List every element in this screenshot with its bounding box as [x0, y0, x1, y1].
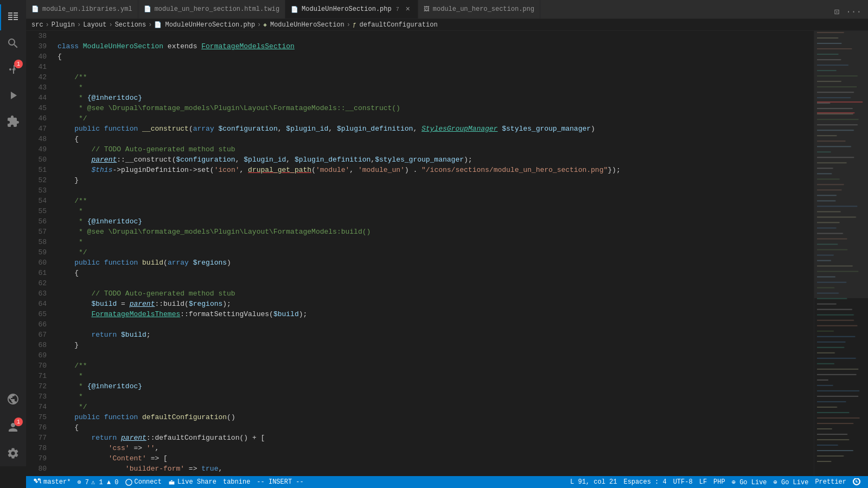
activity-icon-explorer[interactable] — [0, 4, 26, 30]
tab-twig[interactable]: 📄 module_un_hero_section.html.twig — [138, 0, 285, 18]
line-number-77: 77 — [26, 433, 47, 443]
code-line-58[interactable]: * — [58, 237, 814, 247]
status-go-live[interactable]: ⊕ Go Live — [729, 478, 770, 486]
code-line-64[interactable]: $build = parent::build($regions); — [58, 299, 814, 309]
tab-close-php[interactable]: × — [404, 5, 412, 14]
status-notifications[interactable] — [850, 478, 864, 486]
code-line-60[interactable]: public function build(array $regions) — [58, 258, 814, 268]
breadcrumb-src[interactable]: src — [31, 21, 43, 29]
code-line-70[interactable]: /** — [58, 361, 814, 371]
status-language[interactable]: PHP — [710, 478, 729, 486]
position-label: L 91, col 21 — [570, 478, 617, 486]
status-tabnine[interactable]: tabnine — [220, 476, 253, 488]
code-line-43[interactable]: * — [58, 82, 814, 93]
activity-icon-settings[interactable] — [0, 440, 26, 466]
code-line-51[interactable]: $this->pluginDefinition->set('icon', dru… — [58, 165, 814, 175]
tab-php[interactable]: 📄 ModuleUnHeroSection.php 7 × — [285, 0, 418, 18]
code-line-41[interactable] — [58, 62, 814, 72]
code-line-50[interactable]: parent::__construct($configuration, $plu… — [58, 155, 814, 165]
breadcrumb-class[interactable]: ModuleUnHeroSection — [270, 21, 344, 29]
code-line-42[interactable]: /** — [58, 72, 814, 82]
activity-icon-source-control[interactable]: 1 — [0, 56, 26, 82]
status-prettier[interactable]: Prettier — [812, 478, 850, 486]
line-number-43: 43 — [26, 82, 47, 93]
status-encoding[interactable]: UTF-8 — [670, 478, 696, 486]
code-line-59[interactable]: */ — [58, 247, 814, 258]
activity-icon-remote[interactable] — [0, 386, 26, 412]
split-editor-button[interactable]: ⊡ — [832, 5, 842, 18]
code-line-71[interactable]: * — [58, 371, 814, 381]
code-line-46[interactable]: */ — [58, 113, 814, 124]
breadcrumb-function[interactable]: defaultConfiguration — [360, 21, 438, 29]
line-number-60: 60 — [26, 258, 47, 268]
status-insert-mode[interactable]: -- INSERT -- — [253, 476, 307, 488]
code-area[interactable]: class ModuleUnHeroSection extends Format… — [53, 31, 814, 476]
code-line-39[interactable]: class ModuleUnHeroSection extends Format… — [58, 41, 814, 52]
code-line-76[interactable]: { — [58, 422, 814, 433]
line-number-52: 52 — [26, 175, 47, 185]
insert-mode-label: -- INSERT -- — [257, 478, 303, 486]
breadcrumb-sections[interactable]: Sections — [115, 21, 146, 29]
code-line-69[interactable] — [58, 350, 814, 361]
activity-bar: 1 1 — [0, 0, 26, 466]
code-line-75[interactable]: public function defaultConfiguration() — [58, 412, 814, 422]
code-line-48[interactable]: { — [58, 134, 814, 144]
code-line-66[interactable] — [58, 319, 814, 330]
activity-icon-search[interactable] — [0, 30, 26, 56]
code-line-65[interactable]: FormatageModelsThemes::formatSettingValu… — [58, 309, 814, 319]
line-number-53: 53 — [26, 185, 47, 196]
line-numbers: 3839404142434445464748495051525354555657… — [26, 31, 53, 476]
status-errors[interactable]: ⊗ 7 ⚠ 1 ▲ 0 — [74, 476, 122, 488]
code-line-62[interactable] — [58, 278, 814, 288]
code-line-47[interactable]: public function __construct(array $confi… — [58, 124, 814, 134]
live-share-label: Live Share — [177, 478, 216, 486]
status-spaces[interactable]: Espaces : 4 — [620, 478, 669, 486]
status-position[interactable]: L 91, col 21 — [567, 478, 620, 486]
line-number-64: 64 — [26, 299, 47, 309]
code-line-56[interactable]: * {@inheritdoc} — [58, 216, 814, 227]
activity-icon-run[interactable] — [0, 82, 26, 108]
code-line-80[interactable]: 'builder-form' => true, — [58, 464, 814, 474]
line-number-45: 45 — [26, 103, 47, 113]
code-line-78[interactable]: 'css' => '', — [58, 443, 814, 453]
code-line-77[interactable]: return parent::defaultConfiguration() + … — [58, 433, 814, 443]
line-number-73: 73 — [26, 391, 47, 402]
line-ending-label: LF — [699, 478, 707, 486]
code-line-79[interactable]: 'Content' => [ — [58, 453, 814, 464]
code-line-38[interactable] — [58, 31, 814, 41]
status-line-ending[interactable]: LF — [696, 478, 710, 486]
code-line-61[interactable]: { — [58, 268, 814, 278]
code-line-74[interactable]: */ — [58, 402, 814, 412]
code-line-49[interactable]: // TODO Auto-generated method stub — [58, 144, 814, 155]
code-line-55[interactable]: * — [58, 206, 814, 216]
status-branch[interactable]: master* — [30, 476, 74, 488]
code-line-40[interactable]: { — [58, 52, 814, 62]
breadcrumb-file[interactable]: ModuleUnHeroSection.php — [165, 21, 255, 29]
tab-icon-php: 📄 — [291, 6, 298, 13]
breadcrumb-plugin[interactable]: Plugin — [52, 21, 75, 29]
more-actions-button[interactable]: ··· — [844, 6, 864, 18]
line-number-48: 48 — [26, 134, 47, 144]
code-line-52[interactable]: } — [58, 175, 814, 185]
tab-libraries-yml[interactable]: 📄 module_un.libraries.yml — [26, 0, 138, 18]
minimap-slider[interactable] — [814, 31, 868, 298]
status-connect[interactable]: Connect — [122, 476, 165, 488]
tab-png[interactable]: 🖼 module_un_hero_section.png — [418, 0, 540, 18]
code-line-57[interactable]: * @see \Drupal\formatage_models\Plugin\L… — [58, 227, 814, 237]
code-line-63[interactable]: // TODO Auto-generated method stub — [58, 288, 814, 299]
status-go-live2[interactable]: ⊕ Go Live — [770, 478, 812, 486]
line-number-39: 39 — [26, 41, 47, 52]
code-line-73[interactable]: * — [58, 391, 814, 402]
breadcrumb-layout[interactable]: Layout — [83, 21, 106, 29]
activity-icon-accounts[interactable]: 1 — [0, 414, 26, 440]
code-line-72[interactable]: * {@inheritdoc} — [58, 381, 814, 391]
code-line-45[interactable]: * @see \Drupal\formatage_models\Plugin\L… — [58, 103, 814, 113]
code-line-68[interactable]: } — [58, 340, 814, 350]
status-live-share[interactable]: Live Share — [165, 476, 220, 488]
code-line-54[interactable]: /** — [58, 196, 814, 206]
code-line-53[interactable] — [58, 185, 814, 196]
code-line-44[interactable]: * {@inheritdoc} — [58, 93, 814, 103]
activity-icon-extensions[interactable] — [0, 108, 26, 134]
code-line-67[interactable]: return $build; — [58, 330, 814, 340]
spaces-label: Espaces : 4 — [623, 478, 666, 486]
